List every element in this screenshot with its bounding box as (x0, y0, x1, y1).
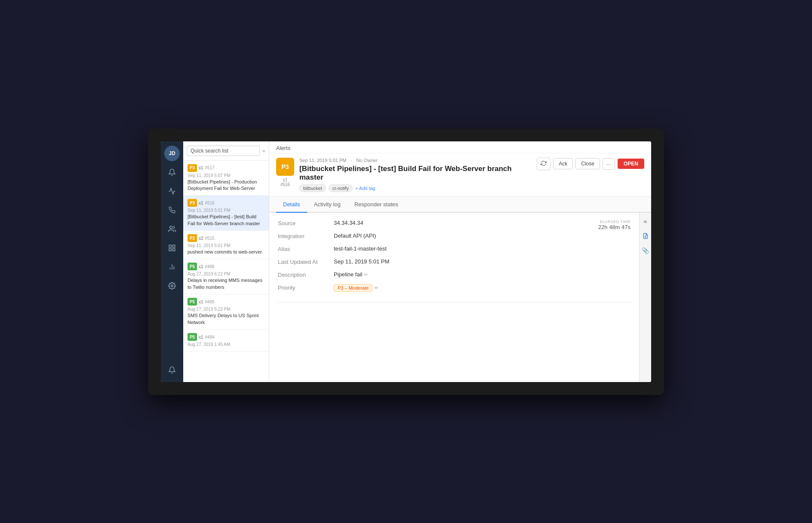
tab-details[interactable]: Details (276, 197, 307, 213)
attachment-icon[interactable]: 📎 (640, 245, 651, 256)
source-value: 34.34.34.34 (334, 220, 598, 226)
alert-id: #515 (205, 236, 215, 241)
priority-badge: P3 (188, 199, 197, 207)
count-badge: x1 (199, 335, 203, 339)
integration-value: Default API (API) (334, 232, 598, 239)
svg-rect-3 (173, 248, 175, 251)
alerts-section-header: Alerts (269, 141, 651, 153)
add-tag-button[interactable]: + Add tag (355, 186, 375, 191)
alias-row: Alias test-fail-1-master-test (278, 245, 598, 252)
alert-id: #485 (205, 300, 215, 304)
alert-id: #484 (205, 335, 215, 339)
description-edit-icon[interactable]: ✏ (364, 272, 368, 278)
alert-title: [Bitbucket Pipelines] - Production Deplo… (188, 179, 265, 192)
alert-timestamp: Sep 11, 2019 5:01 PM (188, 208, 265, 213)
alert-item-2[interactable]: P3 x2 #515 Sep 11, 2019 5:01 PM pushed n… (183, 231, 269, 259)
priority-badge: P3 (188, 164, 197, 172)
alert-list: P3 x1 #517 Sep 11, 2019 5:07 PM [Bitbuck… (183, 161, 269, 382)
search-bar: « (183, 141, 269, 161)
refresh-button[interactable] (537, 158, 551, 170)
detail-sub-id: #516 (280, 182, 290, 187)
search-input[interactable] (187, 146, 260, 156)
count-badge: x1 (199, 165, 203, 170)
collapse-list-button[interactable]: « (262, 147, 265, 154)
main-content: Alerts P3 x1 #516 Sep 11, 2019 5:01 PM ·… (269, 141, 651, 382)
alert-item-1[interactable]: P3 x1 #516 Sep 11, 2019 5:01 PM [Bitbuck… (183, 196, 269, 231)
priority-badge: P3 (188, 234, 197, 242)
count-badge: x2 (199, 236, 203, 241)
settings-icon[interactable] (164, 278, 180, 294)
elapsed-time-block: ELAPSED TIME 22h 48m 47s (598, 220, 631, 230)
svg-point-0 (170, 226, 172, 229)
alert-timestamp: Sep 11, 2019 5:07 PM (188, 173, 265, 178)
alert-title: Delays in receiving MMS messages to Twil… (188, 277, 265, 291)
alert-title: SMS Delivery Delays to US Sprint Network (188, 312, 265, 326)
alert-item-5[interactable]: P5 x1 #484 Aug 27, 2019 1:45 AM (183, 330, 269, 352)
alert-item-0[interactable]: P3 x1 #517 Sep 11, 2019 5:07 PM [Bitbuck… (183, 161, 269, 196)
alias-label: Alias (278, 245, 334, 252)
tag-ci-notify[interactable]: ci-notify (329, 184, 353, 192)
activity-icon[interactable] (164, 184, 180, 199)
alert-timestamp: Aug 27, 2019 1:45 AM (188, 342, 265, 347)
phone-icon[interactable] (164, 202, 180, 218)
alert-id: #517 (205, 165, 215, 170)
description-value: Pipeline fail ✏ (334, 271, 598, 278)
collapse-right-button[interactable]: « (640, 216, 651, 226)
sidebar: JD (161, 141, 183, 382)
monitor: JD (148, 128, 664, 395)
alert-detail-info: Sep 11, 2019 5:01 PM · No Owner [Bitbuck… (299, 158, 532, 192)
alert-detail-meta: Sep 11, 2019 5:01 PM · No Owner (299, 158, 532, 163)
alias-value: test-fail-1-master-test (334, 245, 598, 252)
ack-button[interactable]: Ack (553, 158, 573, 169)
last-updated-row: Last Updated At Sep 11, 2019 5:01 PM (278, 258, 598, 265)
avatar-icon[interactable]: JD (164, 146, 180, 161)
priority-edit-icon[interactable]: ✏ (374, 285, 378, 291)
bell-icon[interactable] (164, 165, 180, 180)
source-label: Source (278, 220, 334, 226)
team-icon[interactable] (164, 221, 180, 237)
count-badge: x1 (199, 264, 203, 269)
priority-badge: P5 (188, 298, 197, 306)
chart-icon[interactable] (164, 259, 180, 275)
svg-rect-1 (169, 245, 171, 247)
close-button[interactable]: Close (575, 158, 600, 169)
detail-timestamp: Sep 11, 2019 5:01 PM (299, 158, 346, 163)
detail-divider (278, 302, 631, 303)
description-row: Description Pipeline fail ✏ (278, 271, 598, 278)
tab-activity-log[interactable]: Activity log (307, 197, 348, 213)
priority-tag: P3 – Moderate (334, 284, 372, 292)
alert-detail-actions: Ack Close ··· OPEN (537, 158, 644, 170)
right-panel: « 📎 (639, 213, 651, 382)
alert-item-3[interactable]: P5 x1 #486 Aug 27, 2019 6:22 PM Delays i… (183, 259, 269, 294)
alert-timestamp: Aug 27, 2019 6:22 PM (188, 272, 265, 276)
alert-timestamp: Aug 27, 2019 5:23 PM (188, 307, 265, 312)
priority-value: P3 – Moderate ✏ (334, 284, 598, 292)
tag-bitbucket[interactable]: bitbucket (299, 184, 326, 192)
tabs-row: Details Activity log Responder states (269, 197, 651, 213)
priority-badge: P5 (188, 263, 197, 270)
alert-id: #486 (205, 264, 215, 269)
integration-label: Integration (278, 232, 334, 239)
description-label: Description (278, 271, 334, 278)
alert-item-4[interactable]: P5 x1 #485 Aug 27, 2019 5:23 PM SMS Deli… (183, 294, 269, 330)
open-button[interactable]: OPEN (618, 159, 644, 169)
integrations-icon[interactable] (164, 240, 180, 256)
bottom-bell-icon[interactable] (164, 362, 180, 378)
detail-sub-count: x1 (283, 177, 288, 182)
notes-icon[interactable] (640, 231, 651, 241)
svg-point-8 (171, 284, 173, 287)
last-updated-label: Last Updated At (278, 258, 334, 265)
count-badge: x1 (199, 300, 203, 304)
details-content: Source 34.34.34.34 Integration Default A… (269, 213, 639, 382)
svg-rect-4 (169, 248, 171, 251)
integration-row: Integration Default API (API) (278, 232, 598, 239)
tab-responder-states[interactable]: Responder states (348, 197, 405, 213)
priority-row: Priority P3 – Moderate ✏ (278, 284, 598, 292)
screen: JD (161, 141, 651, 382)
last-updated-value: Sep 11, 2019 5:01 PM (334, 258, 598, 265)
alert-list-panel: « P3 x1 #517 Sep 11, 2019 5:07 PM [Bitbu… (183, 141, 269, 382)
more-actions-button[interactable]: ··· (603, 158, 615, 170)
detail-title: [Bitbucket Pipelines] - [test] Build Fai… (299, 165, 532, 182)
alert-tags: bitbucket ci-notify + Add tag (299, 184, 532, 192)
priority-badge: P5 (188, 333, 197, 341)
